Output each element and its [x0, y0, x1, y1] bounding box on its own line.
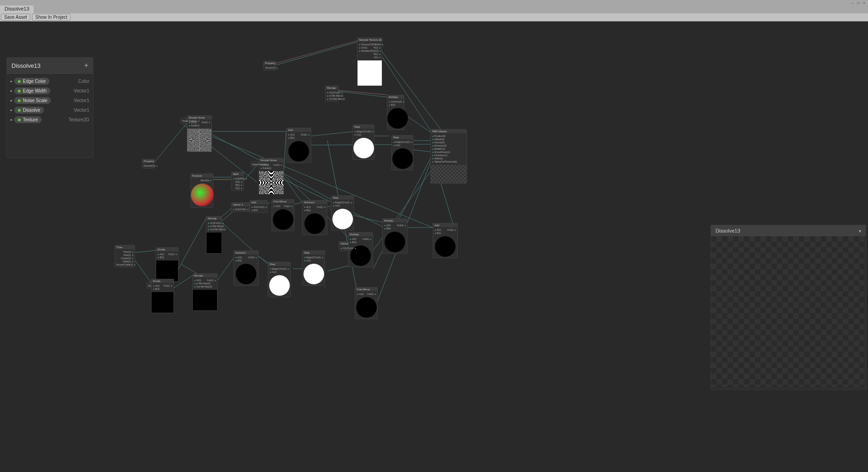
property-name: Dissolve — [23, 108, 40, 113]
color-dot-icon — [18, 109, 21, 112]
save-asset-button[interactable]: Save Asset — [1, 14, 30, 21]
node-preview — [259, 171, 283, 194]
color-dot-icon — [18, 99, 21, 102]
node-preview — [269, 275, 290, 296]
blackboard-property-row[interactable]: ▸TextureTexture2D — [9, 115, 91, 125]
node-preview — [358, 60, 382, 86]
close-button[interactable]: × — [863, 1, 865, 5]
graph-canvas[interactable]: Sample Texture 2D Texture(T)RGBA(4) UV(2… — [0, 22, 868, 472]
blackboard-title: Dissolve13 — [11, 62, 41, 69]
expand-arrow-icon[interactable]: ▸ — [11, 98, 12, 103]
property-pill[interactable]: Dissolve — [14, 107, 44, 114]
preview-title: Dissolve13 — [716, 228, 740, 233]
color-dot-icon — [18, 90, 21, 92]
property-pill[interactable]: Texture — [14, 116, 42, 123]
node-title: Sample Texture 2D — [358, 38, 382, 42]
expand-arrow-icon[interactable]: ▸ — [11, 79, 12, 83]
property-pill[interactable]: Noise Scale — [14, 97, 51, 104]
property-name: Noise Scale — [23, 98, 47, 103]
node-multiply-r2[interactable]: Multiply A(4)Out(4)B(4) — [348, 232, 373, 267]
node-preview — [385, 232, 405, 252]
node-preview — [356, 297, 377, 318]
property-pill[interactable]: Edge Color — [14, 78, 49, 85]
node-divide[interactable]: Divide A(1)Out(1)B(1) — [156, 247, 179, 282]
node-multiply-1[interactable]: Multiply A(4)Out(4) B(4) — [387, 95, 404, 130]
node-preview — [236, 264, 256, 284]
expand-arrow-icon[interactable]: ▸ — [11, 108, 12, 112]
node-preview — [191, 184, 214, 206]
node-preview — [431, 165, 467, 183]
tab-shadergraph[interactable]: Dissolve13 — [0, 5, 34, 13]
property-type: Vector1 — [74, 108, 89, 113]
node-step-l2[interactable]: Step Edge(1)Out(1)In(1) — [302, 250, 325, 286]
node-add-m[interactable]: Add A(1)Out(1)B(1) — [250, 200, 268, 213]
node-preview — [288, 141, 309, 162]
node-preview — [353, 138, 374, 158]
show-in-project-button[interactable]: Show In Project — [32, 14, 71, 21]
node-preview — [332, 209, 353, 229]
node-preview — [152, 292, 174, 313]
node-preview — [187, 129, 212, 152]
property-type: Texture2D — [68, 117, 89, 122]
node-add[interactable]: Add A(1)Out(1) B(1) — [286, 128, 311, 163]
preview-viewport[interactable] — [711, 236, 866, 387]
node-preview — [392, 148, 413, 169]
node-preview — [206, 233, 222, 253]
node-multiply-r[interactable]: Multiply A(4)Out(4)B(4) — [382, 218, 407, 254]
toolbar: Save Asset Show In Project — [0, 13, 868, 22]
node-preview — [304, 213, 325, 234]
expand-arrow-icon[interactable]: ▸ — [11, 118, 12, 122]
node-sample-texture-2d[interactable]: Sample Texture 2D Texture(T)RGBA(4) UV(2… — [357, 38, 382, 86]
node-split[interactable]: Split In(4)R(1) G(1) B(1) A(1) — [231, 172, 244, 191]
blackboard-property-row[interactable]: ▸Edge ColorColor — [9, 76, 91, 86]
node-remap-3[interactable]: Remap In(1)Out(1) In Min Max(2) Out Min … — [192, 273, 217, 311]
property-type: Vector1 — [74, 98, 89, 103]
node-property-texture[interactable]: Property Texture(T) — [263, 61, 276, 71]
property-pill[interactable]: Edge Width — [14, 87, 50, 94]
node-remap-2[interactable]: Remap In(1)Out(1) In Min Max(2) Out Min … — [206, 216, 222, 254]
color-dot-icon — [18, 80, 21, 83]
blackboard-panel[interactable]: Dissolve13 + ▸Edge ColorColor▸Edge Width… — [6, 57, 93, 158]
node-position[interactable]: Position World(3) — [190, 174, 213, 208]
node-vector-tiny[interactable]: Vector 1 X(1)Out(1) — [339, 241, 349, 251]
property-type: Color — [78, 79, 89, 84]
add-property-button[interactable]: + — [84, 61, 88, 70]
node-preview — [387, 108, 408, 129]
blackboard-property-row[interactable]: ▸DissolveVector1 — [9, 105, 91, 115]
node-subtract-m[interactable]: Subtract A(1)Out(1)B(1) — [302, 200, 327, 235]
node-oneminus-m[interactable]: One Minus In(1)Out(1) — [271, 199, 294, 231]
node-vector1-a[interactable]: Vector 1 X(1)Out(1) — [231, 202, 250, 212]
node-pbr-master[interactable]: PBR Master Position(3) Albedo(3) Normal(… — [430, 129, 467, 184]
minimize-button[interactable]: – — [852, 1, 853, 5]
node-step-2[interactable]: Step Edge(1)Out(1) In(1) — [391, 135, 413, 170]
node-time[interactable]: Time Time(1) Sine(1) Cosine(1) Delta(1) … — [114, 245, 135, 267]
node-clip[interactable]: One Minus In(1)Out(1) — [355, 287, 378, 319]
maximize-button[interactable]: □ — [857, 1, 859, 5]
node-property-noise-scale[interactable]: Noise Scale(1) — [180, 118, 187, 124]
expand-arrow-icon[interactable]: ▸ — [11, 89, 12, 93]
property-type: Vector1 — [74, 88, 89, 93]
node-preview — [273, 209, 293, 230]
node-remap[interactable]: Remap In(1)Out(1) In Min Max(2) Out Min … — [325, 86, 339, 102]
property-name: Texture — [23, 117, 38, 122]
node-step-m[interactable]: Step Edge(1)Out(1)In(1) — [331, 195, 354, 231]
node-preview — [435, 236, 456, 257]
node-property-edge-width[interactable]: Edge Width(1) — [250, 161, 258, 167]
node-preview — [193, 290, 217, 310]
titlebar: – □ × — [0, 0, 868, 5]
node-step[interactable]: Step Edge(1)Out(1) In(1) — [353, 125, 374, 160]
node-subtract-l[interactable]: Subtract A(1)Out(1)B(1) — [233, 250, 259, 286]
preview-panel[interactable]: Dissolve13 ▾ — [711, 225, 866, 390]
blackboard-property-row[interactable]: ▸Edge WidthVector1 — [9, 86, 91, 96]
blackboard-property-row[interactable]: ▸Noise ScaleVector1 — [9, 96, 91, 105]
node-step-l[interactable]: Step Edge(1)Out(1)In(1) — [268, 262, 291, 297]
chevron-down-icon[interactable]: ▾ — [859, 228, 861, 233]
node-add-r[interactable]: Add A(1)Out(1)B(1) — [433, 223, 458, 258]
node-preview — [156, 260, 178, 281]
property-name: Edge Color — [23, 79, 46, 84]
tab-row: Dissolve13 — [0, 5, 868, 13]
node-divide-2[interactable]: Divide A(1)Out(1)B(1) — [151, 279, 174, 313]
node-preview — [304, 264, 324, 284]
property-name: Edge Width — [23, 88, 47, 93]
node-property-dissolve[interactable]: Property Dissolve(1) — [142, 159, 155, 168]
